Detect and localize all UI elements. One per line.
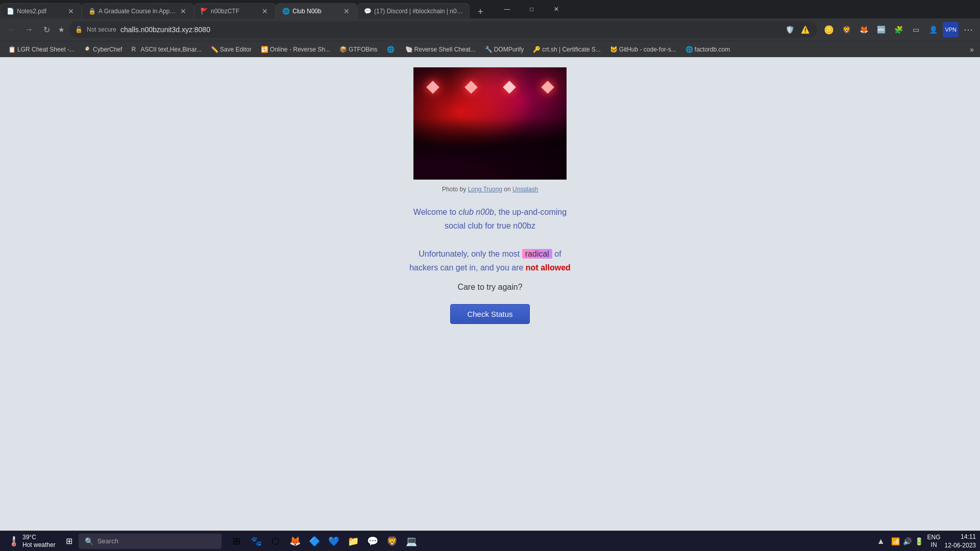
tab-close-icon[interactable]: ✕ <box>67 7 75 15</box>
minimize-button[interactable]: — <box>496 2 519 17</box>
main-text: Welcome to club n00b, the up-and-coming … <box>409 205 571 274</box>
taskbar-search[interactable]: 🔍 Search <box>79 534 222 549</box>
bookmark-label: GitHub - code-for-s... <box>619 46 676 53</box>
browser-tab-tab3[interactable]: 🚩n00bzCTF✕ <box>194 3 276 18</box>
concert-image-container <box>413 67 567 180</box>
check-status-button[interactable]: Check Status <box>450 304 529 324</box>
extension-icon[interactable]: 🧩 <box>891 22 906 37</box>
tab-close-icon[interactable]: ✕ <box>342 7 351 15</box>
forward-button[interactable]: → <box>21 22 37 37</box>
bookmark-item[interactable]: 📦GTFOBins <box>335 44 382 55</box>
bookmark-label: Reverse Shell Cheat... <box>414 46 476 53</box>
browser-tab-tab2[interactable]: 🔒A Graduate Course in Applied Crypto...✕ <box>82 3 194 18</box>
taskbar-app-hex-app[interactable]: ⬡ <box>266 532 285 550</box>
bookmark-item[interactable]: 🔧DOMPurify <box>481 44 528 55</box>
sys-icons: 📶 🔊 🔋 <box>891 537 923 545</box>
brave-icon[interactable]: 🦁 <box>839 22 854 37</box>
start-button[interactable]: ⊞ <box>62 534 77 548</box>
bookmark-item[interactable]: 🔑crt.sh | Certificate S... <box>529 44 604 55</box>
photo-credit-site-link[interactable]: Unsplash <box>512 186 538 193</box>
tab-close-icon[interactable]: ✕ <box>179 7 187 15</box>
taskbar-time: 14:11 12-06-2023 <box>945 533 976 550</box>
bookmark-item[interactable]: 🌐 <box>383 44 400 55</box>
bookmark-favicon: 🍳 <box>84 46 91 53</box>
reload-button[interactable]: ↻ <box>39 22 54 37</box>
language-indicator[interactable]: ENGIN <box>927 534 941 548</box>
date-text: 12-06-2023 <box>945 542 976 549</box>
address-bar[interactable]: 🔓 Not secure challs.n00bzunit3d.xyz:8080… <box>69 21 817 38</box>
tab-favicon: 🚩 <box>201 8 208 15</box>
search-placeholder: Search <box>97 537 118 545</box>
concert-image <box>413 67 567 180</box>
bookmark-item[interactable]: 🐚Reverse Shell Cheat... <box>401 44 480 55</box>
bookmark-item[interactable]: 🔁Online - Reverse Sh... <box>257 44 334 55</box>
volume-icon[interactable]: 🔊 <box>903 537 912 545</box>
taskbar-weather: 🌡️ 39°C Hot weather <box>4 534 60 548</box>
profile-icon[interactable]: 👤 <box>925 22 941 37</box>
taskbar-app-blue-app[interactable]: 🔷 <box>305 532 324 550</box>
start-icon: ⊞ <box>66 536 72 546</box>
bookmark-favicon: 🌐 <box>685 46 693 53</box>
photo-credit-author-link[interactable]: Long Truong <box>468 186 502 193</box>
taskbar-right: ▲ 📶 🔊 🔋 ENGIN 14:11 12-06-2023 <box>875 533 976 550</box>
bookmarks-bar: 📋LGR Cheat Sheet -...🍳CyberChefRASCII te… <box>0 41 980 57</box>
coinbase-icon[interactable]: 🪙 <box>821 22 837 37</box>
bookmark-favicon: 🐱 <box>610 46 617 53</box>
bookmark-item[interactable]: 🐱GitHub - code-for-s... <box>606 44 680 55</box>
sidebar-icon[interactable]: ▭ <box>908 22 923 37</box>
taskbar-apps: ⊞🐾⬡🦊🔷💙📁💬🦁💻 <box>228 532 421 550</box>
warning-icon[interactable]: ⚠️ <box>799 23 811 36</box>
translate-icon[interactable]: 🔤 <box>873 22 889 37</box>
bookmark-label: Online - Reverse Sh... <box>270 46 330 53</box>
back-button[interactable]: ← <box>4 22 19 37</box>
unfortunate-prefix: Unfortunately, only the most <box>419 249 522 258</box>
welcome-line2: social club for true n00bz <box>445 221 535 230</box>
bookmark-favicon: 🔧 <box>485 46 492 53</box>
bookmark-item[interactable]: RASCII text,Hex,Binar... <box>127 44 205 55</box>
time-text: 14:11 <box>961 533 976 540</box>
browser-tab-tab5[interactable]: 💬(17) Discord | #blockchain | n00bzCTF <box>357 3 470 18</box>
bookmark-item[interactable]: ✏️Save Editor <box>207 44 256 55</box>
metamask-icon[interactable]: 🦊 <box>856 22 871 37</box>
tab-title: A Graduate Course in Applied Crypto... <box>99 8 176 15</box>
taskbar-app-terminal[interactable]: 💻 <box>402 532 421 550</box>
tab-favicon: 📄 <box>7 8 14 15</box>
taskbar-app-firefox[interactable]: 🦊 <box>286 532 304 550</box>
bookmark-star[interactable]: ★ <box>56 23 67 36</box>
light-1 <box>426 81 439 93</box>
light-2 <box>464 81 477 93</box>
vpn-icon[interactable]: VPN <box>943 22 959 37</box>
taskbar-app-brave[interactable]: 🦁 <box>383 532 401 550</box>
taskbar-app-pet-app[interactable]: 🐾 <box>247 532 265 550</box>
word-radical-highlight: radical <box>522 249 552 259</box>
taskbar-app-start-menu[interactable]: ⊞ <box>228 532 246 550</box>
bookmarks-more[interactable]: » <box>968 45 976 54</box>
taskbar: 🌡️ 39°C Hot weather ⊞ 🔍 Search ⊞🐾⬡🦊🔷💙📁💬🦁… <box>0 531 980 551</box>
taskbar-app-file-manager[interactable]: 📁 <box>344 532 362 550</box>
bookmark-item[interactable]: 🌐factordb.com <box>681 44 734 55</box>
security-icon: 🔓 <box>75 26 83 33</box>
bookmark-item[interactable]: 📋LGR Cheat Sheet -... <box>4 44 79 55</box>
weather-desc: Hot weather <box>22 541 56 548</box>
show-hidden-icons[interactable]: ▲ <box>875 537 887 546</box>
bookmark-item[interactable]: 🍳CyberChef <box>80 44 126 55</box>
new-tab-button[interactable]: + <box>474 6 487 18</box>
battery-icon[interactable]: 🔋 <box>915 537 923 545</box>
browser-tab-tab1[interactable]: 📄Notes2.pdf✕ <box>0 3 82 18</box>
browser-tab-tab4[interactable]: 🌐Club N00b✕ <box>276 3 357 18</box>
tab-close-icon[interactable]: ✕ <box>261 7 269 15</box>
bookmark-label: factordb.com <box>695 46 730 53</box>
maximize-button[interactable]: □ <box>520 2 544 17</box>
close-button[interactable]: ✕ <box>545 2 568 17</box>
bookmark-favicon: 📋 <box>8 46 15 53</box>
taskbar-app-whatsapp[interactable]: 💬 <box>363 532 382 550</box>
bookmark-label: DOMPurify <box>494 46 524 53</box>
light-3 <box>503 81 516 93</box>
taskbar-app-vs-code[interactable]: 💙 <box>325 532 343 550</box>
more-icon[interactable]: ⋯ <box>961 22 976 37</box>
photo-credit: Photo by Long Truong on Unsplash <box>442 186 538 193</box>
club-name: club n00b <box>458 208 494 216</box>
tab-favicon: 🌐 <box>282 8 289 15</box>
network-icon[interactable]: 📶 <box>891 537 900 545</box>
brave-shield-icon[interactable]: 🛡️ <box>783 23 796 36</box>
